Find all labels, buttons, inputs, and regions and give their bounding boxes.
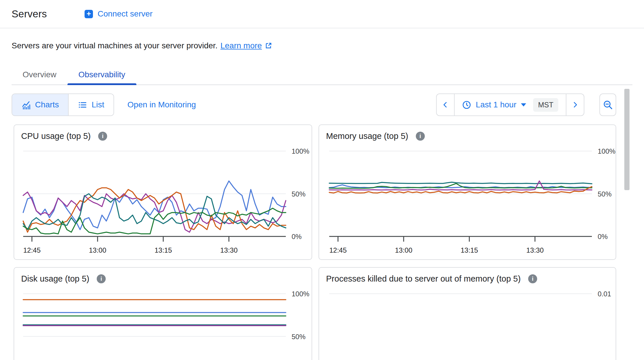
cpu-usage-title: CPU usage (top 5) (21, 131, 91, 141)
cpu-usage-card: CPU usage (top 5) 100%50%0%12:4513:0013:… (14, 124, 312, 260)
svg-text:0%: 0% (598, 233, 608, 240)
connect-server-label: Connect server (98, 9, 153, 19)
servers-observability-page: Servers Connect server Servers are your … (0, 0, 644, 360)
chevron-right-icon (572, 101, 579, 108)
memory-usage-card: Memory usage (top 5) 100%50%0%12:4513:00… (319, 124, 616, 260)
svg-text:13:30: 13:30 (526, 246, 544, 254)
plus-icon (85, 10, 93, 18)
memory-usage-title: Memory usage (top 5) (326, 131, 408, 141)
svg-text:100%: 100% (598, 147, 615, 155)
observability-toolbar: Charts List Open in Monitoring (12, 93, 616, 116)
view-toggle-group: Charts List (12, 93, 114, 116)
timezone-chip: MST (533, 98, 558, 112)
page-title: Servers (12, 8, 47, 20)
disk-usage-title: Disk usage (top 5) (21, 274, 89, 284)
list-label: List (92, 100, 104, 109)
charts-view-button[interactable]: Charts (12, 94, 68, 115)
time-prev-button[interactable] (437, 94, 455, 115)
time-next-button[interactable] (566, 94, 584, 115)
disk-usage-card: Disk usage (top 5) 100%50% (14, 267, 312, 360)
svg-text:13:30: 13:30 (220, 246, 237, 254)
time-range-dropdown[interactable]: Last 1 hour MST (455, 94, 566, 115)
info-icon[interactable] (416, 132, 425, 141)
connect-server-button[interactable]: Connect server (85, 9, 153, 19)
svg-text:50%: 50% (292, 333, 305, 341)
clock-icon (462, 100, 471, 109)
learn-more-link[interactable]: Learn more (220, 41, 262, 50)
processes-killed-card: Processes killed due to server out of me… (319, 267, 616, 360)
svg-text:13:00: 13:00 (89, 246, 106, 254)
svg-text:13:00: 13:00 (395, 246, 412, 254)
svg-text:13:15: 13:15 (461, 246, 478, 254)
svg-text:12:45: 12:45 (329, 246, 347, 254)
list-view-button[interactable]: List (68, 94, 114, 115)
charts-icon (21, 100, 30, 109)
charts-label: Charts (35, 100, 59, 109)
memory-usage-chart: 100%50%0%12:4513:0013:1513:30 (319, 125, 616, 260)
chevron-left-icon (442, 101, 449, 108)
caret-down-icon (521, 103, 526, 106)
processes-killed-title: Processes killed due to server out of me… (326, 274, 521, 284)
cpu-usage-chart: 100%50%0%12:4513:0013:1513:30 (14, 125, 312, 260)
info-icon[interactable] (97, 274, 106, 283)
open-in-monitoring-link[interactable]: Open in Monitoring (127, 100, 196, 109)
list-icon (78, 100, 87, 109)
vertical-scrollbar-thumb[interactable] (624, 89, 630, 190)
info-icon[interactable] (528, 274, 537, 283)
tab-observability[interactable]: Observability (67, 65, 136, 85)
svg-text:0.01: 0.01 (598, 290, 611, 298)
svg-text:100%: 100% (292, 290, 309, 298)
info-icon[interactable] (98, 132, 107, 141)
time-range-group: Last 1 hour MST (436, 93, 584, 116)
page-header: Servers Connect server (0, 0, 644, 28)
svg-text:0%: 0% (292, 233, 302, 240)
zoom-out-icon (603, 100, 613, 110)
svg-text:12:45: 12:45 (23, 246, 41, 254)
svg-text:50%: 50% (598, 190, 612, 198)
page-description: Servers are your virtual machines at you… (12, 41, 272, 50)
zoom-out-button[interactable] (599, 93, 616, 116)
tab-overview[interactable]: Overview (12, 65, 67, 85)
svg-text:50%: 50% (292, 190, 305, 198)
description-text: Servers are your virtual machines at you… (12, 41, 217, 50)
time-range-label: Last 1 hour (476, 100, 516, 109)
external-link-icon (265, 42, 272, 49)
svg-text:100%: 100% (292, 147, 309, 155)
tab-bar: Overview Observability (12, 65, 632, 85)
time-controls: Last 1 hour MST (436, 93, 616, 116)
svg-text:13:15: 13:15 (155, 246, 172, 254)
